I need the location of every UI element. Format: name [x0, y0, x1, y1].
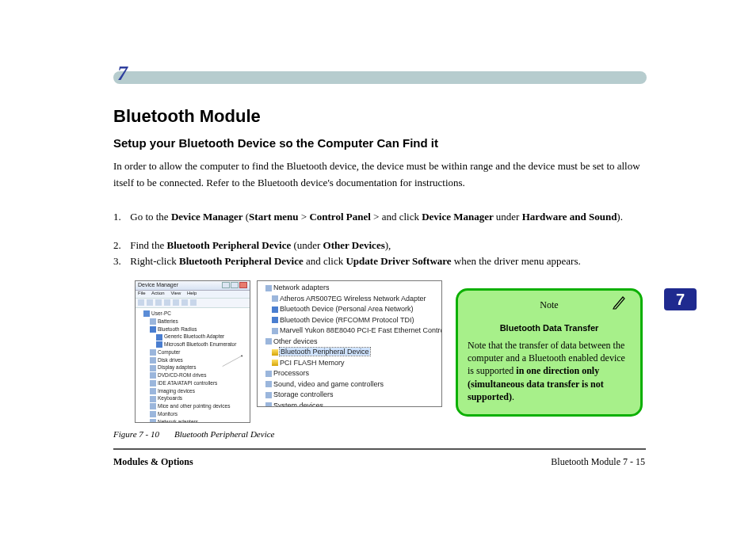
note-label: Note	[468, 299, 631, 311]
tree-item[interactable]: Display adapters	[139, 364, 246, 371]
step-2: 2. Find the Bluetooth Peripheral Device …	[113, 238, 644, 254]
window-titlebar: Device Manager	[136, 281, 250, 291]
device-manager-screenshot-left: Device Manager File Action View Help Use…	[135, 280, 250, 423]
device-icon	[150, 419, 156, 423]
tool-icon[interactable]	[164, 299, 170, 306]
tree-item[interactable]: Mice and other pointing devices	[139, 402, 246, 410]
chapter-tab: 7	[664, 288, 697, 310]
tree-item[interactable]: Processors	[261, 368, 438, 379]
device-icon	[150, 349, 156, 356]
other-icon	[265, 338, 272, 345]
device-icon	[150, 380, 156, 386]
chapter-number: 7	[117, 62, 128, 86]
tree-item[interactable]: Bluetooth Device (Personal Area Network)	[261, 304, 438, 315]
storage-icon	[265, 392, 272, 398]
note-icon	[612, 294, 628, 310]
warning-icon	[272, 349, 278, 356]
menu-file[interactable]: File	[138, 291, 146, 295]
toolbar	[136, 299, 250, 308]
note-heading: Bluetooth Data Transfer	[468, 322, 631, 334]
tree-root[interactable]: User-PC	[139, 310, 246, 318]
tool-icon[interactable]	[147, 299, 153, 306]
warning-icon	[272, 360, 278, 366]
intro-paragraph: In order to allow the computer to find t…	[113, 158, 644, 192]
tree-item[interactable]: Disk drives	[139, 356, 246, 364]
tool-icon[interactable]	[155, 299, 162, 306]
footer-right: Bluetooth Module 7 - 15	[551, 456, 645, 468]
tree-item[interactable]: Batteries	[139, 318, 246, 326]
tree-item[interactable]: Network adapters	[261, 283, 438, 294]
tree-item[interactable]: Network adapters	[139, 418, 246, 424]
system-icon	[265, 402, 272, 407]
menu-action[interactable]: Action	[151, 291, 165, 295]
step-1: 1. Go to the Device Manager (Start menu …	[113, 209, 644, 226]
tree-item[interactable]: Bluetooth Device (RFCOMM Protocol TDI)	[261, 315, 438, 326]
tree-item[interactable]: Keyboards	[139, 394, 246, 402]
tree-item[interactable]: Other devices	[261, 337, 438, 348]
footer-divider	[113, 448, 646, 450]
maximize-button[interactable]	[231, 282, 239, 288]
device-icon	[150, 411, 156, 417]
tree-item[interactable]: Atheros AR5007EG Wireless Network Adapte…	[261, 294, 438, 305]
bluetooth-icon	[272, 306, 278, 313]
tool-icon[interactable]	[138, 299, 144, 306]
tool-icon[interactable]	[181, 299, 188, 306]
device-icon	[150, 357, 156, 364]
device-icon	[150, 396, 156, 402]
figure-label: Figure 7 - 10	[113, 429, 159, 439]
tool-icon[interactable]	[173, 299, 179, 306]
device-icon	[150, 388, 156, 394]
section-heading: Setup your Bluetooth Device so the Compu…	[113, 136, 438, 150]
tree-item[interactable]: Sound, video and game controllers	[261, 379, 438, 390]
note-box: Note Bluetooth Data Transfer Note that t…	[456, 288, 643, 417]
cpu-icon	[265, 371, 272, 377]
device-tree-zoom: Network adapters Atheros AR5007EG Wirele…	[258, 281, 441, 406]
tree-item-selected[interactable]: Bluetooth Peripheral Device	[261, 347, 438, 358]
footer-left: Modules & Options	[113, 456, 193, 468]
tree-item[interactable]: DVD/CD-ROM drives	[139, 371, 246, 379]
tree-item[interactable]: Storage controllers	[261, 390, 438, 401]
bluetooth-icon	[150, 326, 156, 333]
menu-view[interactable]: View	[170, 291, 181, 295]
note-body: Note that the transfer of data between t…	[468, 339, 631, 403]
menu-help[interactable]: Help	[187, 291, 197, 295]
nic-icon	[272, 295, 278, 302]
menubar: File Action View Help	[136, 291, 250, 299]
step-number: 3.	[113, 253, 128, 270]
close-button[interactable]	[239, 282, 247, 288]
bluetooth-icon	[272, 317, 278, 323]
device-icon	[150, 318, 156, 325]
network-icon	[265, 285, 272, 291]
figure-caption: Bluetooth Peripheral Device	[174, 429, 274, 439]
tree-item[interactable]: Marvell Yukon 88E8040 PCI-E Fast Etherne…	[261, 326, 438, 337]
computer-icon	[143, 310, 150, 317]
tree-item[interactable]: Bluetooth Radios	[139, 326, 246, 333]
device-icon	[150, 372, 156, 379]
tree-item[interactable]: Microsoft Bluetooth Enumerator	[139, 341, 246, 348]
tool-icon[interactable]	[190, 299, 197, 306]
step-3: 3. Right-click Bluetooth Peripheral Devi…	[113, 253, 644, 270]
header-divider	[113, 71, 647, 84]
bluetooth-icon	[156, 334, 162, 341]
tree-item[interactable]: IDE ATA/ATAPI controllers	[139, 379, 246, 387]
device-icon	[150, 365, 156, 371]
minimize-button[interactable]	[222, 282, 230, 288]
tree-item[interactable]: PCI FLASH Memory	[261, 358, 438, 369]
tree-item[interactable]: Generic Bluetooth Adapter	[139, 333, 246, 341]
device-tree: User-PC Batteries Bluetooth Radios Gener…	[136, 308, 250, 423]
device-manager-screenshot-zoom: Network adapters Atheros AR5007EG Wirele…	[257, 280, 442, 407]
tree-item[interactable]: Computer	[139, 348, 246, 356]
window-title: Device Manager	[138, 282, 178, 287]
step-number: 1.	[113, 209, 128, 226]
page-title: Bluetooth Module	[113, 106, 261, 127]
sound-icon	[265, 381, 272, 387]
tree-item[interactable]: Imaging devices	[139, 387, 246, 395]
device-icon	[150, 403, 156, 409]
bluetooth-icon	[156, 341, 162, 348]
step-number: 2.	[113, 238, 128, 254]
tree-item[interactable]: System devices	[261, 401, 438, 408]
nic-icon	[272, 328, 278, 334]
tree-item[interactable]: Monitors	[139, 410, 246, 418]
